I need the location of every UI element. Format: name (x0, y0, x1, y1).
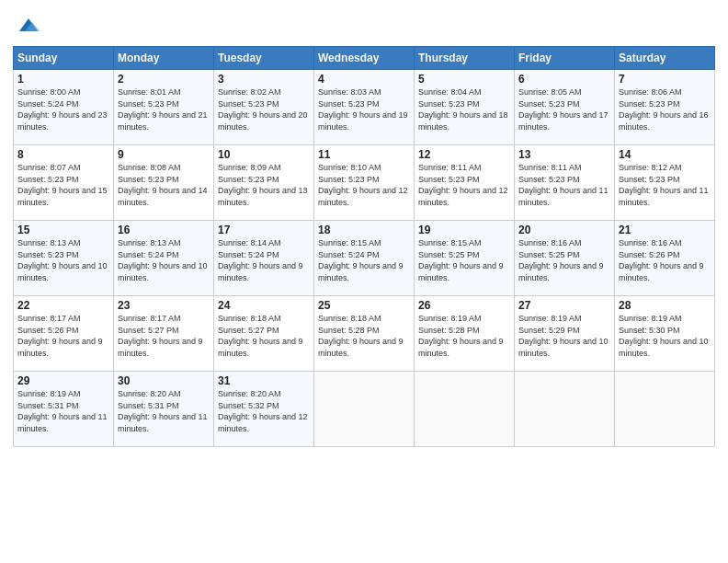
header (13, 9, 715, 39)
calendar-table: SundayMondayTuesdayWednesdayThursdayFrid… (13, 46, 715, 447)
calendar-cell: 10Sunrise: 8:09 AMSunset: 5:23 PMDayligh… (214, 145, 314, 221)
calendar-cell: 28Sunrise: 8:19 AMSunset: 5:30 PMDayligh… (615, 296, 715, 372)
calendar-cell: 12Sunrise: 8:11 AMSunset: 5:23 PMDayligh… (415, 145, 515, 221)
calendar-cell: 17Sunrise: 8:14 AMSunset: 5:24 PMDayligh… (214, 221, 314, 296)
day-info: Sunrise: 8:19 AMSunset: 5:29 PMDaylight:… (518, 313, 610, 359)
day-info: Sunrise: 8:06 AMSunset: 5:23 PMDaylight:… (619, 86, 711, 132)
day-info: Sunrise: 8:20 AMSunset: 5:32 PMDaylight:… (218, 388, 310, 434)
day-number: 20 (518, 224, 610, 236)
calendar-cell: 27Sunrise: 8:19 AMSunset: 5:29 PMDayligh… (515, 296, 615, 372)
day-info: Sunrise: 8:19 AMSunset: 5:28 PMDaylight:… (418, 313, 510, 359)
calendar-cell (515, 372, 615, 447)
day-number: 27 (518, 299, 610, 312)
day-number: 19 (418, 224, 510, 236)
day-info: Sunrise: 8:20 AMSunset: 5:31 PMDaylight:… (118, 388, 210, 434)
calendar-cell: 22Sunrise: 8:17 AMSunset: 5:26 PMDayligh… (14, 296, 114, 372)
day-number: 13 (518, 148, 610, 161)
day-info: Sunrise: 8:07 AMSunset: 5:23 PMDaylight:… (17, 162, 109, 208)
calendar-cell: 6Sunrise: 8:05 AMSunset: 5:23 PMDaylight… (515, 70, 615, 145)
day-number: 12 (418, 148, 510, 161)
calendar-cell: 26Sunrise: 8:19 AMSunset: 5:28 PMDayligh… (415, 296, 515, 372)
day-number: 15 (17, 224, 109, 236)
day-number: 18 (318, 224, 410, 236)
calendar-cell: 4Sunrise: 8:03 AMSunset: 5:23 PMDaylight… (314, 70, 415, 145)
calendar-week-row: 8Sunrise: 8:07 AMSunset: 5:23 PMDaylight… (14, 145, 715, 221)
day-info: Sunrise: 8:11 AMSunset: 5:23 PMDaylight:… (518, 162, 610, 208)
day-info: Sunrise: 8:09 AMSunset: 5:23 PMDaylight:… (218, 162, 310, 208)
calendar-cell: 14Sunrise: 8:12 AMSunset: 5:23 PMDayligh… (615, 145, 715, 221)
calendar-cell: 8Sunrise: 8:07 AMSunset: 5:23 PMDaylight… (14, 145, 114, 221)
day-info: Sunrise: 8:10 AMSunset: 5:23 PMDaylight:… (318, 162, 410, 208)
weekday-header-monday: Monday (114, 47, 214, 70)
day-info: Sunrise: 8:12 AMSunset: 5:23 PMDaylight:… (619, 162, 711, 208)
calendar-cell: 19Sunrise: 8:15 AMSunset: 5:25 PMDayligh… (415, 221, 515, 296)
calendar-week-row: 22Sunrise: 8:17 AMSunset: 5:26 PMDayligh… (14, 296, 715, 372)
day-info: Sunrise: 8:19 AMSunset: 5:30 PMDaylight:… (619, 313, 711, 359)
day-number: 11 (318, 148, 410, 161)
day-number: 9 (118, 148, 210, 161)
day-number: 24 (218, 299, 310, 312)
calendar-week-row: 15Sunrise: 8:13 AMSunset: 5:23 PMDayligh… (14, 221, 715, 296)
page: SundayMondayTuesdayWednesdayThursdayFrid… (0, 0, 728, 563)
day-info: Sunrise: 8:16 AMSunset: 5:26 PMDaylight:… (619, 237, 711, 283)
calendar-cell: 30Sunrise: 8:20 AMSunset: 5:31 PMDayligh… (114, 372, 214, 447)
day-info: Sunrise: 8:00 AMSunset: 5:24 PMDaylight:… (17, 86, 109, 132)
calendar-cell: 2Sunrise: 8:01 AMSunset: 5:23 PMDaylight… (114, 70, 214, 145)
calendar-cell: 20Sunrise: 8:16 AMSunset: 5:25 PMDayligh… (515, 221, 615, 296)
logo (13, 13, 41, 39)
weekday-header-saturday: Saturday (615, 47, 715, 70)
day-number: 30 (118, 374, 210, 387)
day-info: Sunrise: 8:18 AMSunset: 5:28 PMDaylight:… (318, 313, 410, 359)
day-number: 21 (619, 224, 711, 236)
calendar-cell: 7Sunrise: 8:06 AMSunset: 5:23 PMDaylight… (615, 70, 715, 145)
day-info: Sunrise: 8:08 AMSunset: 5:23 PMDaylight:… (118, 162, 210, 208)
day-info: Sunrise: 8:02 AMSunset: 5:23 PMDaylight:… (218, 86, 310, 132)
day-info: Sunrise: 8:16 AMSunset: 5:25 PMDaylight:… (518, 237, 610, 283)
day-number: 4 (318, 73, 410, 86)
calendar-cell: 25Sunrise: 8:18 AMSunset: 5:28 PMDayligh… (314, 296, 415, 372)
calendar-cell: 3Sunrise: 8:02 AMSunset: 5:23 PMDaylight… (214, 70, 314, 145)
day-number: 14 (619, 148, 711, 161)
day-info: Sunrise: 8:18 AMSunset: 5:27 PMDaylight:… (218, 313, 310, 359)
day-info: Sunrise: 8:15 AMSunset: 5:24 PMDaylight:… (318, 237, 410, 283)
day-info: Sunrise: 8:17 AMSunset: 5:27 PMDaylight:… (118, 313, 210, 359)
day-number: 3 (218, 73, 310, 86)
day-info: Sunrise: 8:17 AMSunset: 5:26 PMDaylight:… (17, 313, 109, 359)
day-number: 2 (118, 73, 210, 86)
calendar-cell (415, 372, 515, 447)
day-number: 8 (17, 148, 109, 161)
calendar-cell: 24Sunrise: 8:18 AMSunset: 5:27 PMDayligh… (214, 296, 314, 372)
calendar-cell: 15Sunrise: 8:13 AMSunset: 5:23 PMDayligh… (14, 221, 114, 296)
day-info: Sunrise: 8:11 AMSunset: 5:23 PMDaylight:… (418, 162, 510, 208)
calendar-cell: 1Sunrise: 8:00 AMSunset: 5:24 PMDaylight… (14, 70, 114, 145)
day-number: 23 (118, 299, 210, 312)
calendar-week-row: 29Sunrise: 8:19 AMSunset: 5:31 PMDayligh… (14, 372, 715, 447)
day-number: 29 (17, 374, 109, 387)
day-number: 26 (418, 299, 510, 312)
day-number: 22 (17, 299, 109, 312)
day-number: 5 (418, 73, 510, 86)
calendar-cell: 13Sunrise: 8:11 AMSunset: 5:23 PMDayligh… (515, 145, 615, 221)
calendar-cell: 5Sunrise: 8:04 AMSunset: 5:23 PMDaylight… (415, 70, 515, 145)
day-info: Sunrise: 8:03 AMSunset: 5:23 PMDaylight:… (318, 86, 410, 132)
calendar-cell (314, 372, 415, 447)
day-number: 25 (318, 299, 410, 312)
day-number: 7 (619, 73, 711, 86)
day-info: Sunrise: 8:13 AMSunset: 5:24 PMDaylight:… (118, 237, 210, 283)
day-info: Sunrise: 8:19 AMSunset: 5:31 PMDaylight:… (17, 388, 109, 434)
day-info: Sunrise: 8:15 AMSunset: 5:25 PMDaylight:… (418, 237, 510, 283)
day-number: 16 (118, 224, 210, 236)
calendar-cell: 21Sunrise: 8:16 AMSunset: 5:26 PMDayligh… (615, 221, 715, 296)
day-info: Sunrise: 8:14 AMSunset: 5:24 PMDaylight:… (218, 237, 310, 283)
calendar-week-row: 1Sunrise: 8:00 AMSunset: 5:24 PMDaylight… (14, 70, 715, 145)
calendar-cell: 31Sunrise: 8:20 AMSunset: 5:32 PMDayligh… (214, 372, 314, 447)
logo-icon (16, 13, 41, 39)
calendar-cell: 11Sunrise: 8:10 AMSunset: 5:23 PMDayligh… (314, 145, 415, 221)
day-number: 1 (17, 73, 109, 86)
weekday-header-tuesday: Tuesday (214, 47, 314, 70)
weekday-header-thursday: Thursday (415, 47, 515, 70)
day-number: 17 (218, 224, 310, 236)
weekday-header-sunday: Sunday (14, 47, 114, 70)
day-number: 31 (218, 374, 310, 387)
weekday-header-friday: Friday (515, 47, 615, 70)
